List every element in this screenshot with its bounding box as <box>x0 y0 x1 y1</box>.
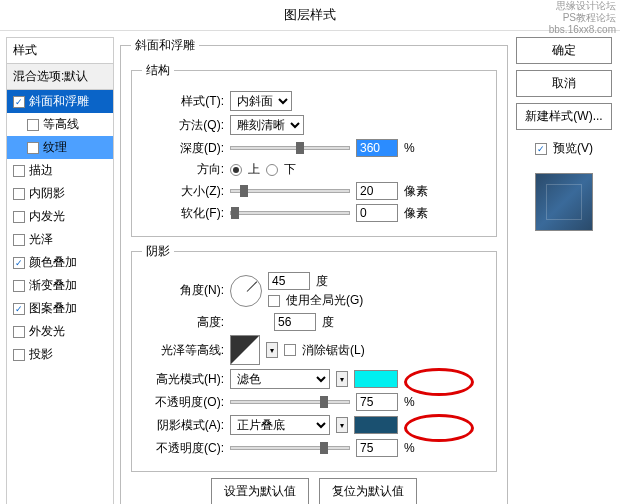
style-checkbox[interactable] <box>13 96 25 108</box>
gloss-dropdown[interactable]: ▾ <box>266 342 278 358</box>
style-checkbox[interactable] <box>13 303 25 315</box>
shadow-arrow[interactable]: ▾ <box>336 417 348 433</box>
style-checkbox[interactable] <box>13 326 25 338</box>
highlight-mode-select[interactable]: 滤色 <box>230 369 330 389</box>
style-checkbox[interactable] <box>13 188 25 200</box>
sidebar-header: 样式 <box>7 38 113 64</box>
bevel-fieldset: 斜面和浮雕 结构 样式(T): 内斜面 方法(Q): 雕刻清晰 深度(D): % <box>120 37 508 504</box>
cancel-button[interactable]: 取消 <box>516 70 612 97</box>
sidebar-item-1[interactable]: 等高线 <box>7 113 113 136</box>
sidebar-item-9[interactable]: 图案叠加 <box>7 297 113 320</box>
sidebar-item-5[interactable]: 内发光 <box>7 205 113 228</box>
depth-slider[interactable] <box>230 146 350 150</box>
sidebar-item-label: 颜色叠加 <box>29 254 77 271</box>
direction-up-radio[interactable] <box>230 164 242 176</box>
soften-label: 软化(F): <box>142 205 224 222</box>
reset-default-button[interactable]: 复位为默认值 <box>319 478 417 504</box>
sidebar-item-2[interactable]: 纹理 <box>7 136 113 159</box>
angle-label: 角度(N): <box>142 282 224 299</box>
sidebar-item-0[interactable]: 斜面和浮雕 <box>7 90 113 113</box>
highlight-opacity-label: 不透明度(O): <box>142 394 224 411</box>
size-input[interactable] <box>356 182 398 200</box>
size-label: 大小(Z): <box>142 183 224 200</box>
shadow-color-swatch[interactable] <box>354 416 398 434</box>
soften-input[interactable] <box>356 204 398 222</box>
shadow-opacity-input[interactable] <box>356 439 398 457</box>
highlight-arrow[interactable]: ▾ <box>336 371 348 387</box>
gloss-label: 光泽等高线: <box>142 342 224 359</box>
styles-sidebar: 样式 混合选项:默认 斜面和浮雕等高线纹理描边内阴影内发光光泽颜色叠加渐变叠加图… <box>6 37 114 504</box>
sidebar-item-label: 纹理 <box>43 139 67 156</box>
preview-checkbox[interactable] <box>535 143 547 155</box>
shadow-mode-select[interactable]: 正片叠底 <box>230 415 330 435</box>
sidebar-item-label: 等高线 <box>43 116 79 133</box>
sidebar-item-label: 外发光 <box>29 323 65 340</box>
style-checkbox[interactable] <box>13 257 25 269</box>
sidebar-item-3[interactable]: 描边 <box>7 159 113 182</box>
style-checkbox[interactable] <box>13 211 25 223</box>
highlight-opacity-slider[interactable] <box>230 400 350 404</box>
style-checkbox[interactable] <box>13 349 25 361</box>
shadow-opacity-slider[interactable] <box>230 446 350 450</box>
highlight-color-swatch[interactable] <box>354 370 398 388</box>
style-checkbox[interactable] <box>27 119 39 131</box>
style-checkbox[interactable] <box>13 165 25 177</box>
gloss-contour[interactable] <box>230 335 260 365</box>
angle-input[interactable] <box>268 272 310 290</box>
style-label: 样式(T): <box>142 93 224 110</box>
main-panel: 斜面和浮雕 结构 样式(T): 内斜面 方法(Q): 雕刻清晰 深度(D): % <box>120 37 508 504</box>
right-panel: 确定 取消 新建样式(W)... 预览(V) <box>514 37 614 504</box>
sidebar-item-label: 斜面和浮雕 <box>29 93 89 110</box>
antialias-checkbox[interactable] <box>284 344 296 356</box>
sidebar-item-6[interactable]: 光泽 <box>7 228 113 251</box>
sidebar-item-label: 图案叠加 <box>29 300 77 317</box>
shadow-mode-label: 阴影模式(A): <box>142 417 224 434</box>
highlight-mode-label: 高光模式(H): <box>142 371 224 388</box>
dialog-title: 图层样式 <box>0 0 620 31</box>
sidebar-item-label: 内发光 <box>29 208 65 225</box>
style-checkbox[interactable] <box>13 280 25 292</box>
sidebar-item-10[interactable]: 外发光 <box>7 320 113 343</box>
global-light-checkbox[interactable] <box>268 295 280 307</box>
sidebar-item-label: 光泽 <box>29 231 53 248</box>
structure-fieldset: 结构 样式(T): 内斜面 方法(Q): 雕刻清晰 深度(D): % 方向: <box>131 62 497 237</box>
sidebar-item-label: 渐变叠加 <box>29 277 77 294</box>
depth-input[interactable] <box>356 139 398 157</box>
angle-dial[interactable] <box>230 275 262 307</box>
direction-label: 方向: <box>142 161 224 178</box>
altitude-label: 高度: <box>142 314 224 331</box>
shadow-opacity-label: 不透明度(C): <box>142 440 224 457</box>
sidebar-item-7[interactable]: 颜色叠加 <box>7 251 113 274</box>
technique-select[interactable]: 雕刻清晰 <box>230 115 304 135</box>
direction-down-radio[interactable] <box>266 164 278 176</box>
soften-slider[interactable] <box>230 211 350 215</box>
altitude-input[interactable] <box>274 313 316 331</box>
ok-button[interactable]: 确定 <box>516 37 612 64</box>
sidebar-item-4[interactable]: 内阴影 <box>7 182 113 205</box>
sidebar-item-11[interactable]: 投影 <box>7 343 113 366</box>
style-checkbox[interactable] <box>13 234 25 246</box>
style-checkbox[interactable] <box>27 142 39 154</box>
sidebar-item-label: 投影 <box>29 346 53 363</box>
sidebar-item-label: 内阴影 <box>29 185 65 202</box>
size-slider[interactable] <box>230 189 350 193</box>
blend-options[interactable]: 混合选项:默认 <box>7 64 113 90</box>
shading-fieldset: 阴影 角度(N): 度 使用全局光(G) <box>131 243 497 472</box>
preview-thumbnail <box>535 173 593 231</box>
technique-label: 方法(Q): <box>142 117 224 134</box>
new-style-button[interactable]: 新建样式(W)... <box>516 103 612 130</box>
depth-label: 深度(D): <box>142 140 224 157</box>
highlight-opacity-input[interactable] <box>356 393 398 411</box>
set-default-button[interactable]: 设置为默认值 <box>211 478 309 504</box>
watermark: 思缘设计论坛 PS教程论坛 bbs.16xx8.com <box>549 0 616 36</box>
sidebar-item-8[interactable]: 渐变叠加 <box>7 274 113 297</box>
sidebar-item-label: 描边 <box>29 162 53 179</box>
style-select[interactable]: 内斜面 <box>230 91 292 111</box>
